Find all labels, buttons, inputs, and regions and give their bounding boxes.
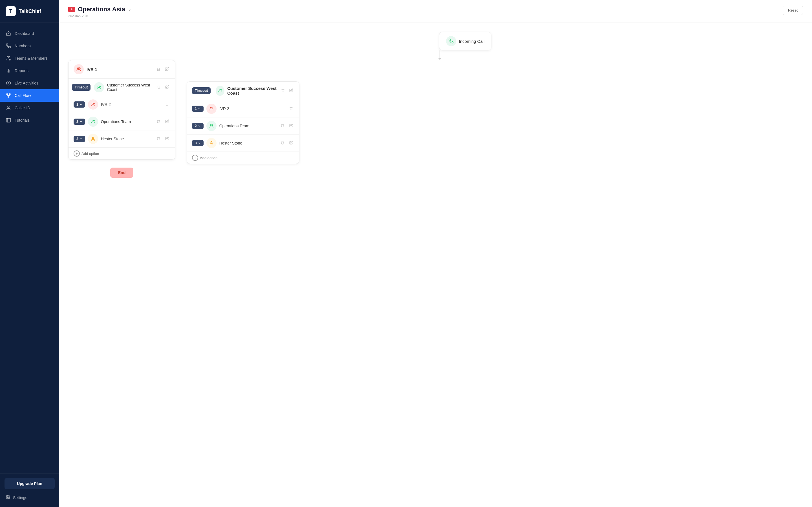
chevron-down-icon[interactable]: ⌄ [128,7,132,11]
timeout-team-name: Customer Success West Coast [107,83,156,92]
svg-rect-10 [6,118,11,122]
right-column: Timeout Customer Success West Coast [187,81,299,164]
route2-edit-button[interactable] [164,119,170,124]
app-logo: T TalkChief [0,0,59,23]
ivr2-cswc-edit-button[interactable] [288,88,294,94]
svg-point-18 [93,103,94,104]
main-flow-area: IVR 1 [68,60,803,178]
sidebar-label-tutorials: Tutorials [15,118,30,122]
people-icon [6,55,11,61]
ivr1-edit-button[interactable] [164,66,170,72]
svg-point-25 [212,107,213,108]
ivr2-timeout-badge[interactable]: Timeout [192,87,211,94]
reset-button[interactable]: Reset [783,6,803,15]
ivr1-route2: 2 Operations Team [68,113,175,130]
flag-icon [68,7,75,12]
ivr2-route2-delete-button[interactable] [280,123,285,129]
svg-point-5 [8,82,9,84]
ivr1-timeout-badge[interactable]: Timeout [72,84,91,91]
sidebar-label-numbers: Numbers [15,44,31,48]
ivr1-timeout-row: Timeout Customer Success West Coast [68,78,175,96]
svg-point-26 [210,124,211,126]
ivr2-route3-icon [206,138,216,148]
ivr1-title: IVR 1 [73,64,97,74]
ivr2-header: Timeout Customer Success West Coast [187,82,299,100]
incoming-call-label: Incoming Call [459,39,485,44]
svg-point-22 [219,89,220,91]
ivr2-route1-delete-button[interactable] [288,106,294,112]
sidebar-item-live[interactable]: Live Activities [0,77,59,89]
flow-container: Incoming Call [68,32,803,178]
left-column: IVR 1 [68,60,175,178]
ivr2-route3-badge[interactable]: 3 [192,140,204,146]
timeout-team-icon [94,82,104,93]
timeout-delete-button[interactable] [156,84,162,90]
sidebar-item-teams[interactable]: Teams & Members [0,52,59,64]
route3-badge[interactable]: 3 [73,136,85,142]
route1-badge[interactable]: 1 [73,101,85,108]
timeout-edit-button[interactable] [164,84,170,90]
ivr2-route2-icon [206,121,216,131]
sidebar-item-reports[interactable]: Reports [0,64,59,77]
sidebar-label-teams: Teams & Members [15,56,48,61]
ivr2-route1: 1 IVR 2 [187,100,299,117]
ivr2-box-wrapper: Timeout Customer Success West Coast [187,81,299,164]
ivr1-label: IVR 1 [87,67,97,72]
sidebar-item-numbers[interactable]: Numbers [0,40,59,52]
settings-label: Settings [13,496,28,500]
settings-item[interactable]: Settings [4,493,55,503]
route2-delete-button[interactable] [155,119,161,124]
svg-point-28 [211,142,212,143]
ivr1-box: IVR 1 [68,60,175,160]
flow-icon [6,93,11,98]
sidebar-item-callerid[interactable]: Caller-ID [0,102,59,114]
ivr2-route2-badge[interactable]: 2 [192,123,204,129]
route1-icon [88,100,98,110]
id-icon [6,105,11,111]
sidebar-label-live: Live Activities [15,81,38,86]
ivr2-cswc-delete-button[interactable] [280,88,286,94]
sidebar-label-dashboard: Dashboard [15,31,34,36]
ivr1-delete-button[interactable] [155,66,161,72]
ivr2-route1-badge[interactable]: 1 [192,106,204,112]
svg-point-12 [7,497,8,498]
svg-point-27 [212,124,213,126]
home-icon [6,31,11,36]
svg-point-23 [220,89,221,91]
add-option-icon: + [73,151,80,157]
end-button[interactable]: End [110,168,133,178]
ivr1-actions [155,66,170,72]
route1-name: IVR 2 [101,102,161,107]
ivr2-add-option-icon: + [192,155,198,161]
svg-point-16 [100,86,101,87]
ivr2-box: Timeout Customer Success West Coast [187,81,299,164]
sidebar-item-tutorials[interactable]: Tutorials [0,114,59,126]
route3-delete-button[interactable] [155,136,161,142]
upgrade-button[interactable]: Upgrade Plan [4,478,55,489]
svg-point-0 [7,56,9,58]
sidebar-item-callflow[interactable]: Call Flow [0,89,59,102]
ivr1-route3: 3 Hester Stone [68,130,175,147]
ivr2-route2-edit-button[interactable] [288,123,294,129]
ivr1-add-option[interactable]: + Add option [68,147,175,159]
ivr2-route3-delete-button[interactable] [280,140,285,146]
sidebar-item-dashboard[interactable]: Dashboard [0,27,59,40]
ivr1-route1: 1 IVR 2 [68,96,175,113]
ivr2-route3-edit-button[interactable] [288,140,294,146]
svg-point-21 [92,137,94,138]
route2-badge[interactable]: 2 [73,119,85,125]
connector-1 [68,50,803,60]
incoming-call-wrapper: Incoming Call [68,32,803,50]
svg-point-19 [92,120,93,121]
route1-delete-button[interactable] [164,102,170,107]
ivr2-cswc-label: Customer Success West Coast [227,86,280,96]
ivr2-route3: 3 Hester Stone [187,134,299,152]
ivr2-cswc-actions [280,88,294,94]
ivr2-add-option[interactable]: + Add option [187,152,299,164]
ivr2-cswc-icon [216,86,224,96]
ivr2-add-option-label: Add option [200,156,217,160]
route3-edit-button[interactable] [164,136,170,142]
sidebar-bottom: Upgrade Plan Settings [0,473,59,507]
svg-point-4 [6,81,11,86]
ivr2-route1-name: IVR 2 [219,107,285,111]
